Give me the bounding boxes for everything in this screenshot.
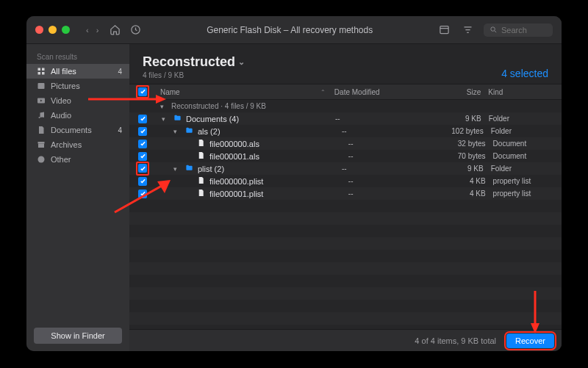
table-row[interactable]: ▾als (2)--102 bytesFolder (129, 125, 562, 137)
select-all-checkbox[interactable] (138, 87, 147, 96)
app-window: ‹ › Generic Flash Disk – All recovery me… (26, 16, 562, 351)
sidebar-item-label: All files (51, 67, 76, 76)
sidebar-item-badge: 4 (118, 126, 122, 134)
titlebar: ‹ › Generic Flash Disk – All recovery me… (26, 16, 562, 44)
row-date: -- (348, 190, 434, 198)
row-name: file000001.als (209, 152, 259, 161)
row-date: -- (342, 165, 430, 173)
table-body: ▾Reconstructed · 4 files / 9 KB ▾Documen… (129, 100, 562, 329)
selected-count: 4 selected (501, 68, 548, 79)
row-kind: Folder (491, 165, 562, 173)
window-title: Generic Flash Disk – All recovery method… (148, 25, 431, 35)
select-all-highlight (136, 85, 149, 99)
row-size: 9 KB (430, 165, 490, 173)
row-kind: Document (493, 140, 562, 148)
svg-rect-4 (42, 68, 45, 71)
row-checkbox[interactable] (138, 127, 147, 136)
footer-status: 4 of 4 items, 9 KB total (415, 336, 496, 345)
svg-point-11 (43, 116, 44, 118)
forward-button[interactable]: › (93, 24, 102, 36)
sidebar-item-documents[interactable]: Documents4 (26, 123, 129, 137)
sidebar-item-label: Video (51, 96, 71, 105)
sidebar-item-other[interactable]: Other (26, 152, 129, 167)
row-kind: Folder (491, 127, 562, 135)
row-date: -- (342, 127, 430, 135)
sidebar-heading: Scan results (26, 50, 129, 64)
sidebar-item-audio[interactable]: Audio (26, 108, 129, 123)
row-kind: Folder (489, 115, 562, 123)
sort-caret-icon: ⌃ (320, 89, 326, 95)
table-row[interactable]: file000000.als--32 bytesDocument (129, 137, 562, 150)
sidebar-item-label: Archives (51, 140, 82, 149)
sidebar-item-label: Documents (51, 126, 92, 134)
table-row[interactable]: ▾Documents (4)--9 KBFolder (129, 112, 562, 125)
table-row[interactable]: ▾plist (2)--9 KBFolder (129, 162, 562, 175)
search-icon (490, 26, 498, 34)
search-box[interactable] (484, 24, 553, 37)
main-subheading: 4 files / 9 KB (143, 71, 245, 79)
svg-rect-5 (38, 72, 41, 75)
sidebar-item-pictures[interactable]: Pictures (26, 79, 129, 93)
row-name: Documents (4) (186, 115, 239, 123)
show-in-finder-button[interactable]: Show in Finder (34, 328, 122, 344)
column-name[interactable]: Name ⌃ (156, 88, 334, 96)
svg-point-8 (40, 84, 41, 86)
row-kind: Document (493, 152, 562, 160)
view-mode-icon[interactable] (437, 24, 451, 35)
column-kind[interactable]: Kind (488, 88, 562, 96)
svg-point-14 (38, 156, 45, 163)
close-window-button[interactable] (35, 26, 43, 34)
sidebar: Scan results All files4PicturesVideoAudi… (26, 44, 129, 351)
row-checkbox[interactable] (138, 140, 147, 148)
back-button[interactable]: ‹ (83, 24, 92, 36)
sidebar-item-badge: 4 (118, 68, 122, 76)
row-checkbox[interactable] (138, 164, 147, 173)
row-name: als (2) (198, 127, 220, 136)
home-icon[interactable] (107, 24, 122, 35)
main-heading[interactable]: Reconstructed ⌄ (143, 54, 245, 70)
sidebar-item-archives[interactable]: Archives (26, 137, 129, 152)
search-input[interactable] (501, 26, 545, 35)
row-size: 4 KB (434, 190, 493, 198)
row-checkbox[interactable] (138, 115, 147, 123)
history-icon[interactable] (128, 24, 143, 35)
disclosure-icon[interactable]: ▾ (173, 128, 181, 135)
maximize-window-button[interactable] (62, 26, 70, 34)
footer: 4 of 4 items, 9 KB total Recover (129, 329, 562, 351)
row-checkbox[interactable] (138, 177, 147, 186)
nav-arrows: ‹ › (83, 24, 101, 36)
window-controls (35, 26, 70, 34)
row-size: 70 bytes (434, 152, 493, 160)
row-date: -- (348, 140, 434, 148)
file-icon (196, 139, 206, 148)
minimize-window-button[interactable] (49, 26, 57, 34)
row-checkbox[interactable] (138, 152, 147, 161)
group-row[interactable]: ▾Reconstructed · 4 files / 9 KB (129, 100, 562, 112)
recover-button[interactable]: Recover (506, 333, 554, 348)
file-icon (196, 189, 206, 198)
table-row[interactable]: file000001.plist--4 KBproperty list (129, 187, 562, 200)
folder-icon (184, 126, 194, 136)
folder-icon (173, 114, 182, 123)
row-kind: property list (493, 177, 562, 185)
table-header: Name ⌃ Date Modified Size Kind (129, 84, 562, 100)
file-icon (196, 151, 206, 161)
sidebar-item-all-files[interactable]: All files4 (26, 64, 129, 79)
column-size[interactable]: Size (426, 88, 489, 96)
table-row[interactable]: file000001.als--70 bytesDocument (129, 150, 562, 162)
svg-point-2 (491, 27, 495, 32)
row-checkbox[interactable] (138, 190, 147, 198)
filter-icon[interactable] (460, 24, 475, 35)
sidebar-item-label: Pictures (51, 82, 80, 90)
table-row[interactable]: file000000.plist--4 KBproperty list (129, 175, 562, 187)
sidebar-item-video[interactable]: Video (26, 93, 129, 108)
main-panel: Reconstructed ⌄ 4 files / 9 KB 4 selecte… (129, 44, 562, 351)
column-date[interactable]: Date Modified (334, 88, 426, 96)
row-date: -- (348, 152, 434, 160)
row-name: file000001.plist (209, 190, 263, 198)
disclosure-icon[interactable]: ▾ (173, 165, 181, 173)
sidebar-item-label: Other (51, 155, 71, 164)
disclosure-icon[interactable]: ▾ (162, 115, 169, 123)
row-size: 32 bytes (434, 140, 493, 148)
row-date: -- (335, 115, 426, 123)
